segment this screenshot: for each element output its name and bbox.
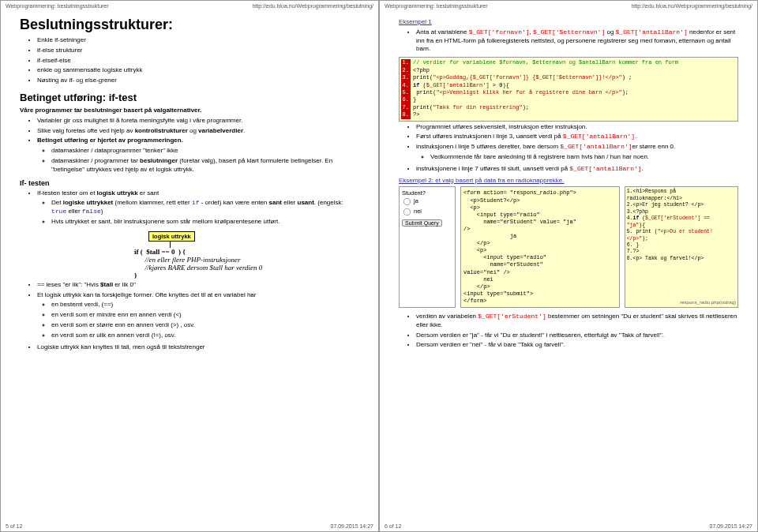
timestamp: 07.09.2015 14:27 bbox=[331, 523, 374, 529]
if-diagram: logisk uttrykk if ( $tall == 0 ) { //en … bbox=[103, 231, 276, 279]
toc-item: if-elseif-else bbox=[37, 57, 359, 66]
li: datamaskiner / programmer tar beslutning… bbox=[51, 157, 359, 174]
response-source: 1.<h1>Respons på radioknapper:</h1> 2.<p… bbox=[625, 186, 738, 308]
li: Betinget utføring er hjertet av programm… bbox=[37, 137, 359, 174]
li: Dersom verdien er "ja" - får vi "Du er s… bbox=[416, 332, 738, 340]
li: en verdi som er mindre enn en annen verd… bbox=[51, 311, 359, 320]
toc-item: Enkle if-setninger bbox=[37, 36, 359, 45]
page-5: Webprogrammering: beslutningsstrukturer … bbox=[0, 0, 379, 532]
li: Anta at variablene $_GET['fornavn'], $_G… bbox=[416, 28, 738, 54]
hdr-title: Webprogrammering: beslutningsstrukturer bbox=[6, 3, 109, 9]
h3-iftest: If- testen bbox=[20, 179, 359, 187]
li-logisk: Et logisk uttrykk kan ta forskjellige fo… bbox=[37, 291, 359, 340]
hdr-url: http://edu.hioa.no/Webprogrammering/besl… bbox=[631, 3, 752, 9]
page-num: 6 of 12 bbox=[385, 523, 401, 529]
diagram-label: logisk uttrykk bbox=[148, 231, 195, 242]
li: Dersom verdien er "nei" - får vi bare "T… bbox=[416, 341, 738, 350]
li: Programmet utføres sekvensielt, instruks… bbox=[416, 123, 738, 132]
page-6: Webprogrammering: beslutningsstrukturer … bbox=[379, 0, 758, 532]
li: Variabler gir oss mulighet til å foreta … bbox=[37, 117, 359, 126]
h1: Beslutningsstrukturer: bbox=[20, 17, 359, 33]
toc-list: Enkle if-setninger if-else strukturer if… bbox=[20, 36, 359, 85]
li: en bestemt verdi, (==) bbox=[51, 301, 359, 309]
form-source: <form action= "respons_radio.php"> <p>St… bbox=[460, 186, 620, 308]
toc-item: Nøsting av if- og else-grener bbox=[37, 77, 359, 85]
li: Først utføres instruksjonen i linje 3, u… bbox=[416, 133, 738, 141]
eksempel-1-link[interactable]: Eksempel 1 bbox=[399, 18, 432, 25]
h2: Betinget utføring: if-test bbox=[20, 92, 359, 103]
li: en verdi som er større enn en annen verd… bbox=[51, 321, 359, 330]
intro: Våre programmer tar beslutninger basert … bbox=[20, 107, 359, 115]
li: Slike valg foretas ofte ved hjelp av kon… bbox=[37, 127, 359, 136]
radio-nei[interactable] bbox=[403, 208, 411, 215]
li: en verdi som er ulik en annen verdi (!=)… bbox=[51, 332, 359, 340]
hdr-title: Webprogrammering: beslutningsstrukturer bbox=[385, 3, 488, 9]
li: Det logiske uttrykket (mellom klammer, r… bbox=[51, 199, 359, 216]
example2-row: Student? ja nei Submit Query <form actio… bbox=[399, 186, 738, 308]
eksempel-2-link[interactable]: Eksempel 2: et valg basert på data fra e… bbox=[399, 177, 564, 184]
page-num: 5 of 12 bbox=[6, 523, 22, 529]
li-eq: == leses "er lik": "Hvis $tall er lik 0" bbox=[37, 281, 359, 290]
li: datamaskiner / dataprogrammer "tenker" i… bbox=[51, 147, 359, 155]
li: instruksjonene i linje 7 utføres til slu… bbox=[416, 165, 738, 174]
li: instruksjonen i linje 5 utføres deretter… bbox=[416, 143, 738, 162]
toc-item: if-else strukturer bbox=[37, 47, 359, 55]
toc-item: enkle og sammensatte logiske uttrykk bbox=[37, 66, 359, 75]
code-example-1: 1.// verdier for variablene $fornavn, $e… bbox=[399, 57, 738, 122]
radio-ja[interactable] bbox=[403, 198, 411, 205]
hdr-url: http://edu.hioa.no/Webprogrammering/besl… bbox=[252, 3, 373, 9]
li: verdien av variabelen $_GET['erStudent']… bbox=[416, 313, 738, 330]
timestamp: 07.09.2015 14:27 bbox=[710, 523, 753, 529]
rendered-form: Student? ja nei Submit Query bbox=[399, 186, 456, 308]
li: Hvis uttrykket er sant, blir instruksjon… bbox=[51, 218, 359, 227]
submit-button[interactable]: Submit Query bbox=[402, 219, 442, 227]
li: Logiske uttrykk kan knyttes til tall, me… bbox=[37, 343, 359, 352]
snippet-label: respons_radio.php(utdrag) bbox=[680, 300, 736, 306]
li: If-testen tester om et logisk uttrykk er… bbox=[37, 189, 359, 227]
li: Vedkommende får bare anledning til å reg… bbox=[430, 153, 738, 162]
